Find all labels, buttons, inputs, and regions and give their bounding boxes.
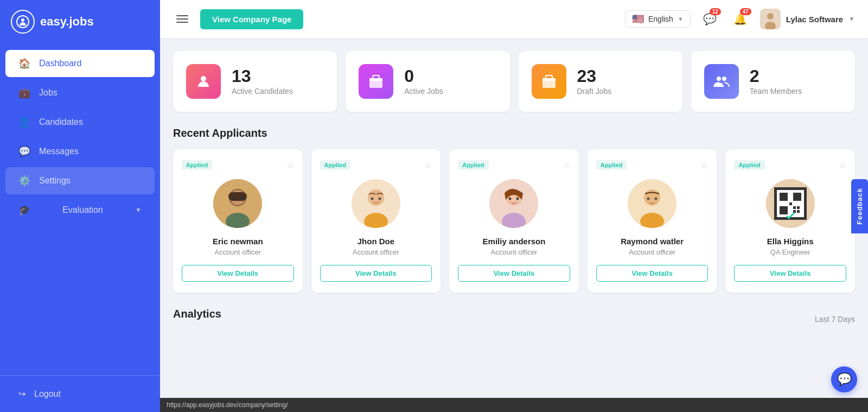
sidebar-item-messages[interactable]: 💬 Messages xyxy=(5,138,155,165)
evaluation-icon: 🎓 xyxy=(18,204,30,216)
svg-point-29 xyxy=(509,198,512,200)
svg-point-24 xyxy=(371,198,373,200)
star-icon-5[interactable]: ☆ xyxy=(839,160,846,170)
sidebar-label-jobs: Jobs xyxy=(39,88,58,98)
recent-applicants-section: Recent Applicants Applied ☆ xyxy=(173,127,855,293)
hamburger-line-1 xyxy=(176,15,188,16)
language-selector[interactable]: 🇺🇸 English ▼ xyxy=(625,10,691,28)
svg-point-35 xyxy=(655,198,658,200)
main-area: View Company Page 🇺🇸 English ▼ 💬 12 🔔 47 xyxy=(160,0,868,412)
stat-card-draft-jobs: 23 Draft Jobs xyxy=(519,51,682,112)
user-info[interactable]: Lylac Software ▼ xyxy=(760,9,855,29)
svg-point-13 xyxy=(722,77,726,81)
sidebar-bottom: ↪ Logout xyxy=(0,375,160,412)
avatar-1 xyxy=(213,179,262,228)
applicant-role-4: Account officer xyxy=(629,248,675,256)
applicant-card-3: Applied ☆ Emil xyxy=(449,149,579,293)
language-label: English xyxy=(648,15,673,23)
star-icon-1[interactable]: ☆ xyxy=(286,160,294,170)
view-company-button[interactable]: View Company Page xyxy=(200,9,303,29)
status-bar: https://app.easyjobs.dev/company/setting… xyxy=(160,398,868,412)
card-3-header: Applied ☆ xyxy=(458,160,570,170)
view-details-btn-3[interactable]: View Details xyxy=(458,265,570,282)
applied-badge-2: Applied xyxy=(320,160,350,170)
notifications-badge: 47 xyxy=(740,8,751,15)
applied-badge-3: Applied xyxy=(458,160,488,170)
card-1-header: Applied ☆ xyxy=(182,160,294,170)
sidebar-item-candidates[interactable]: 👤 Candidates xyxy=(5,109,155,136)
active-candidates-label: Active Candidates xyxy=(232,87,293,96)
svg-rect-42 xyxy=(789,202,792,205)
draft-jobs-label: Draft Jobs xyxy=(577,87,612,96)
active-jobs-label: Active Jobs xyxy=(404,87,443,96)
draft-jobs-number: 23 xyxy=(577,67,612,85)
view-details-btn-5[interactable]: View Details xyxy=(734,265,846,282)
team-members-number: 2 xyxy=(750,67,802,85)
chat-icon: 💬 xyxy=(837,372,852,386)
svg-point-12 xyxy=(717,77,721,81)
jobs-icon: 💼 xyxy=(18,87,30,99)
hamburger-button[interactable] xyxy=(173,12,192,26)
svg-rect-18 xyxy=(228,192,247,201)
hamburger-line-2 xyxy=(176,18,188,20)
svg-rect-8 xyxy=(369,78,382,81)
flag-icon: 🇺🇸 xyxy=(632,15,644,23)
sidebar-label-evaluation: Evaluation xyxy=(62,205,103,215)
avatar-4 xyxy=(628,179,676,228)
sidebar-item-jobs[interactable]: 💼 Jobs xyxy=(5,79,155,106)
notifications-button[interactable]: 🔔 47 xyxy=(730,8,751,30)
sidebar-item-settings[interactable]: ⚙️ Settings xyxy=(5,167,155,194)
applicant-card-4: Applied ☆ Raym xyxy=(588,149,717,293)
star-icon-3[interactable]: ☆ xyxy=(563,160,570,170)
svg-rect-41 xyxy=(780,206,788,214)
applicant-role-5: QA Engineer xyxy=(770,248,810,256)
analytics-period: Last 7 Days xyxy=(815,315,855,324)
svg-rect-43 xyxy=(793,206,796,209)
sidebar-item-evaluation[interactable]: 🎓 Evaluation ▼ xyxy=(5,197,155,224)
app-name: easy.jobs xyxy=(40,15,94,29)
svg-rect-39 xyxy=(780,193,788,201)
active-candidates-icon xyxy=(186,64,221,99)
active-jobs-icon xyxy=(359,64,393,99)
logout-button[interactable]: ↪ Logout xyxy=(5,381,155,407)
logo-icon xyxy=(11,10,35,34)
card-5-header: Applied ☆ xyxy=(734,160,846,170)
active-candidates-number: 13 xyxy=(232,67,293,85)
logout-label: Logout xyxy=(34,389,61,399)
applied-badge-5: Applied xyxy=(734,160,764,170)
language-chevron: ▼ xyxy=(678,16,684,22)
chat-button[interactable]: 💬 xyxy=(831,366,857,392)
applied-badge-1: Applied xyxy=(182,160,212,170)
analytics-section: Analytics Last 7 Days xyxy=(173,308,855,330)
status-url: https://app.easyjobs.dev/company/setting… xyxy=(167,401,288,409)
svg-point-5 xyxy=(201,76,206,81)
view-details-btn-2[interactable]: View Details xyxy=(320,265,432,282)
applicant-role-1: Account officer xyxy=(214,248,261,256)
messages-icon: 💬 xyxy=(18,145,30,157)
draft-jobs-icon xyxy=(532,64,566,99)
view-details-btn-4[interactable]: View Details xyxy=(596,265,709,282)
svg-point-25 xyxy=(378,198,381,200)
stat-info-team-members: 2 Team Members xyxy=(750,67,802,96)
star-icon-4[interactable]: ☆ xyxy=(700,160,708,170)
feedback-tab[interactable]: Feedback xyxy=(851,179,868,233)
applicant-name-2: Jhon Doe xyxy=(358,237,394,246)
stats-row: 13 Active Candidates 0 Active Jobs xyxy=(173,51,855,112)
hamburger-line-3 xyxy=(176,22,188,23)
evaluation-chevron: ▼ xyxy=(135,206,142,214)
stat-info-active-jobs: 0 Active Jobs xyxy=(404,67,443,96)
avatar-5 xyxy=(766,179,815,228)
applicant-card-1: Applied ☆ Eric xyxy=(173,149,303,293)
sidebar-item-dashboard[interactable]: 🏠 Dashboard xyxy=(5,50,155,77)
team-members-icon xyxy=(704,64,739,99)
view-details-btn-1[interactable]: View Details xyxy=(182,265,294,282)
messages-button[interactable]: 💬 12 xyxy=(699,8,721,30)
applicant-name-3: Emiliy anderson xyxy=(483,237,546,246)
applicant-card-2: Applied ☆ xyxy=(311,149,441,293)
user-name: Lylac Software xyxy=(786,15,843,24)
star-icon-2[interactable]: ☆ xyxy=(424,160,432,170)
user-avatar xyxy=(760,9,781,29)
stat-card-active-jobs: 0 Active Jobs xyxy=(346,51,509,112)
applicant-role-3: Account officer xyxy=(491,248,538,256)
applicant-name-5: Ella Higgins xyxy=(767,237,814,246)
